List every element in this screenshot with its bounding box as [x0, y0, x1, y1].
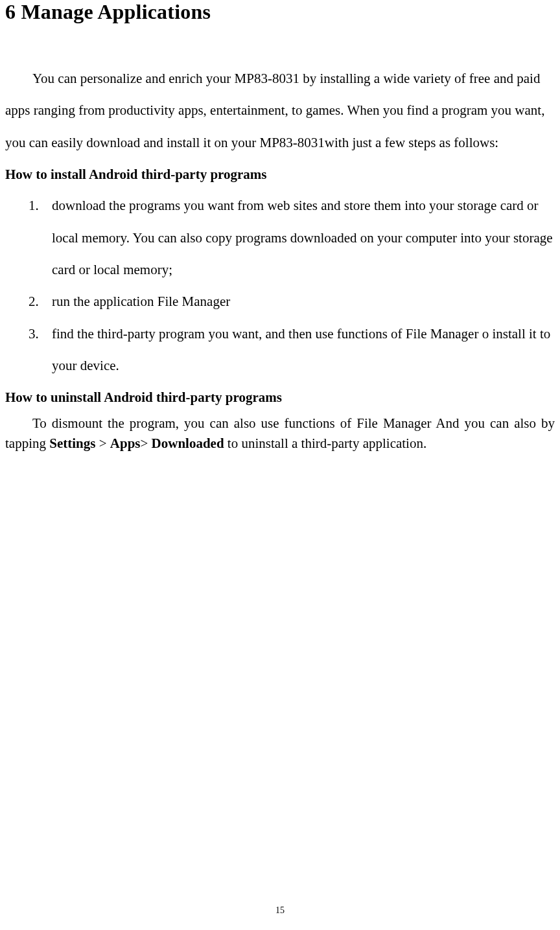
install-steps-list: 1. download the programs you want from w…	[5, 190, 555, 382]
step-number: 1.	[29, 190, 39, 222]
breadcrumb-separator: >	[95, 436, 110, 451]
step-number: 2.	[29, 286, 39, 318]
install-heading: How to install Android third-party progr…	[5, 159, 555, 190]
uninstall-text-part: to uninstall a third-party application.	[224, 436, 427, 451]
intro-paragraph: You can personalize and enrich your MP83…	[5, 63, 555, 159]
step-text: find the third-party program you want, a…	[52, 326, 550, 373]
list-item: 2. run the application File Manager	[29, 286, 555, 318]
page-title: 6 Manage Applications	[5, 0, 555, 24]
list-item: 3. find the third-party program you want…	[29, 318, 555, 382]
step-number: 3.	[29, 318, 39, 350]
page-number: 15	[0, 905, 560, 916]
breadcrumb-separator: >	[140, 436, 151, 451]
uninstall-paragraph: To dismount the program, you can also us…	[5, 413, 555, 454]
step-text: run the application File Manager	[52, 294, 230, 309]
list-item: 1. download the programs you want from w…	[29, 190, 555, 286]
uninstall-heading: How to uninstall Android third-party pro…	[5, 382, 555, 413]
settings-bold: Settings	[49, 436, 95, 451]
downloaded-bold: Downloaded	[152, 436, 224, 451]
step-text: download the programs you want from web …	[52, 198, 553, 277]
apps-bold: Apps	[110, 436, 141, 451]
